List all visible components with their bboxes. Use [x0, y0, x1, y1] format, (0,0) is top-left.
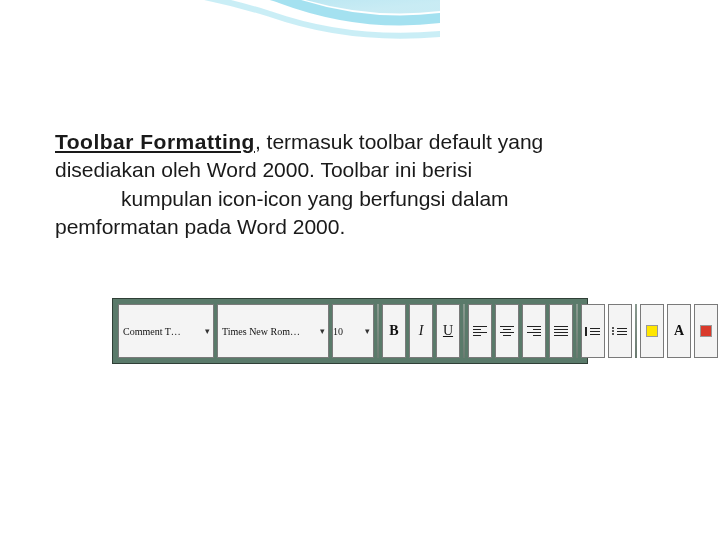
style-selector-label: Comment T…	[123, 326, 181, 337]
style-selector: Comment T…	[118, 304, 214, 358]
italic-label: I	[419, 323, 424, 339]
formatting-toolbar-image: Comment T… Times New Rom… 10 B I U A	[112, 298, 588, 364]
underline-button: U	[436, 304, 460, 358]
red-swatch-icon	[700, 325, 712, 337]
align-justify-button	[549, 304, 573, 358]
divider	[576, 304, 578, 358]
italic-button: I	[409, 304, 433, 358]
font-selector-label: Times New Rom…	[222, 326, 300, 337]
divider	[463, 304, 465, 358]
font-color-label: A	[674, 323, 684, 339]
font-color-swatch	[694, 304, 718, 358]
divider	[377, 304, 379, 358]
size-selector: 10	[332, 304, 374, 358]
heading: Toolbar Formatting	[55, 130, 255, 153]
toolbar-strip: Comment T… Times New Rom… 10 B I U A	[118, 304, 582, 358]
divider	[635, 304, 637, 358]
decorative-wave	[0, 0, 440, 120]
para3: kumpulan icon-icon yang berfungsi dalam	[121, 187, 509, 210]
bulleted-list-button	[608, 304, 632, 358]
highlight-color-button	[640, 304, 664, 358]
slide: Toolbar Formatting, termasuk toolbar def…	[0, 0, 720, 540]
para2: disediakan oleh Word 2000. Toolbar ini b…	[55, 158, 472, 181]
size-selector-label: 10	[333, 326, 343, 337]
bold-label: B	[389, 323, 398, 339]
para1-tail: , termasuk toolbar default yang	[255, 130, 543, 153]
highlight-swatch-icon	[646, 325, 658, 337]
align-center-button	[495, 304, 519, 358]
para4: pemformatan pada Word 2000.	[55, 215, 345, 238]
font-color-button: A	[667, 304, 691, 358]
numbered-list-button	[581, 304, 605, 358]
align-right-button	[522, 304, 546, 358]
align-left-button	[468, 304, 492, 358]
body-text: Toolbar Formatting, termasuk toolbar def…	[55, 128, 660, 241]
font-selector: Times New Rom…	[217, 304, 329, 358]
underline-label: U	[443, 323, 453, 339]
bold-button: B	[382, 304, 406, 358]
